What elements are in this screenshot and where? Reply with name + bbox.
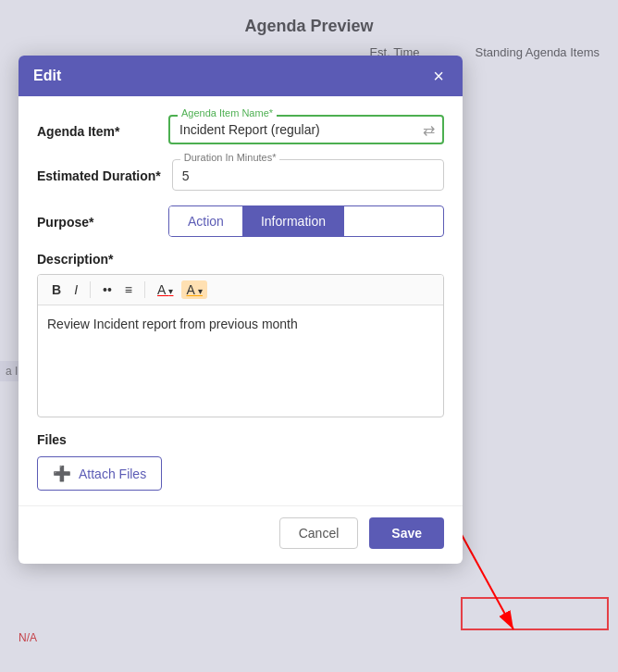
highlight-color-button[interactable]: A ▾ bbox=[181, 280, 206, 299]
files-label: Files bbox=[37, 432, 444, 447]
numbered-list-button[interactable]: ≡ bbox=[120, 280, 137, 299]
duration-input[interactable] bbox=[182, 168, 434, 183]
toolbar-sep-2 bbox=[144, 281, 145, 298]
agenda-item-input-group: Agenda Item Name* ⇄ bbox=[168, 115, 444, 144]
editor-content[interactable]: Review Incident report from previous mon… bbox=[38, 305, 443, 417]
purpose-row: Purpose* Action Information bbox=[37, 205, 444, 237]
agenda-item-control: Agenda Item Name* ⇄ bbox=[168, 115, 444, 144]
duration-field-label: Duration In Minutes* bbox=[180, 152, 280, 163]
modal-title: Edit bbox=[33, 68, 61, 84]
save-button[interactable]: Save bbox=[369, 517, 444, 549]
cancel-button[interactable]: Cancel bbox=[279, 517, 359, 549]
bullet-list-button[interactable]: •• bbox=[98, 280, 117, 299]
agenda-item-row: Agenda Item* Agenda Item Name* ⇄ bbox=[37, 115, 444, 144]
editor-toolbar: B I •• ≡ A ▾ A ▾ bbox=[38, 275, 443, 305]
attach-icon: ➕ bbox=[53, 465, 71, 482]
bold-button[interactable]: B bbox=[47, 280, 66, 299]
files-section: Files ➕ Attach Files bbox=[37, 432, 444, 491]
modal-header: Edit × bbox=[19, 56, 463, 96]
duration-input-group: Duration In Minutes* bbox=[172, 159, 444, 191]
description-label: Description* bbox=[37, 252, 444, 267]
action-button[interactable]: Action bbox=[169, 206, 242, 236]
attach-files-button[interactable]: ➕ Attach Files bbox=[37, 456, 162, 491]
agenda-item-label: Agenda Item* bbox=[37, 115, 157, 139]
duration-label: Estimated Duration* bbox=[37, 159, 161, 183]
purpose-toggle-group: Action Information bbox=[168, 205, 444, 237]
purpose-label: Purpose* bbox=[37, 205, 157, 230]
information-button[interactable]: Information bbox=[242, 206, 344, 236]
italic-button[interactable]: I bbox=[69, 280, 82, 299]
agenda-item-field-label: Agenda Item Name* bbox=[178, 107, 277, 118]
attach-label: Attach Files bbox=[79, 467, 146, 481]
duration-control: Duration In Minutes* bbox=[172, 159, 444, 191]
adjust-icon: ⇄ bbox=[423, 121, 435, 139]
font-color-button[interactable]: A ▾ bbox=[153, 280, 178, 299]
editor-container: B I •• ≡ A ▾ A ▾ Review Incident report … bbox=[37, 274, 444, 417]
purpose-control: Action Information bbox=[168, 205, 444, 237]
modal-footer: Cancel Save bbox=[19, 505, 463, 564]
description-section: Description* B I •• ≡ A ▾ A ▾ Review Inc… bbox=[37, 252, 444, 417]
agenda-item-input[interactable] bbox=[179, 122, 413, 137]
toolbar-sep-1 bbox=[90, 281, 91, 298]
duration-row: Estimated Duration* Duration In Minutes* bbox=[37, 159, 444, 191]
close-button[interactable]: × bbox=[429, 67, 448, 85]
modal-body: Agenda Item* Agenda Item Name* ⇄ Estimat… bbox=[19, 96, 463, 505]
edit-modal: Edit × Agenda Item* Agenda Item Name* ⇄ … bbox=[19, 56, 463, 564]
